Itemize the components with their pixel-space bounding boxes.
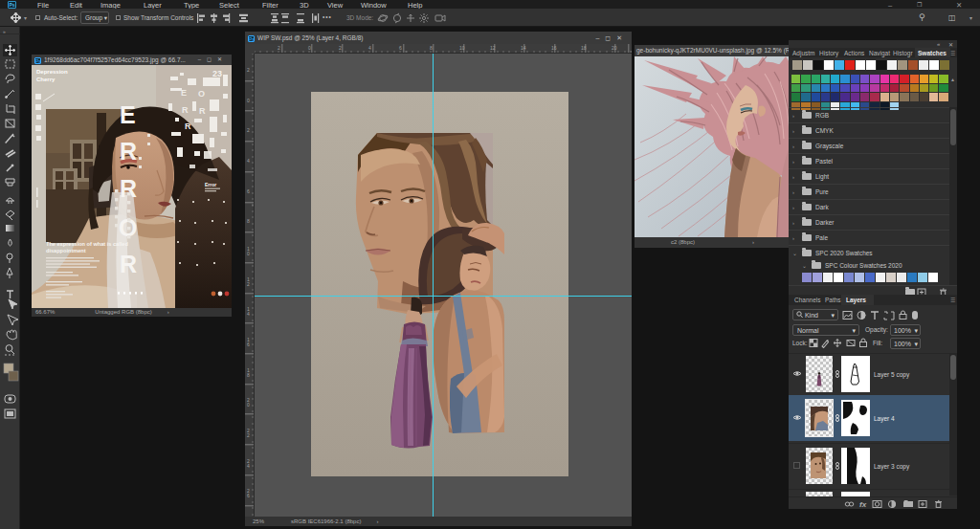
svg-text:R: R [120,175,137,202]
svg-text:Depression: Depression [36,69,68,75]
svg-text:R: R [199,106,206,116]
svg-text:disappointment: disappointment [46,248,86,253]
svg-text:R: R [182,105,189,115]
svg-text:Cherry: Cherry [36,77,56,82]
svg-text:23: 23 [212,69,222,78]
svg-text:fx: fx [859,500,867,509]
svg-text:Error: Error [205,182,216,187]
svg-text:R: R [185,121,191,131]
svg-text:R: R [120,138,137,165]
svg-text:R: R [120,251,137,277]
svg-text:E: E [120,101,136,128]
svg-text:O: O [198,89,205,99]
svg-text:The expression of what is call: The expression of what is called [46,241,128,247]
